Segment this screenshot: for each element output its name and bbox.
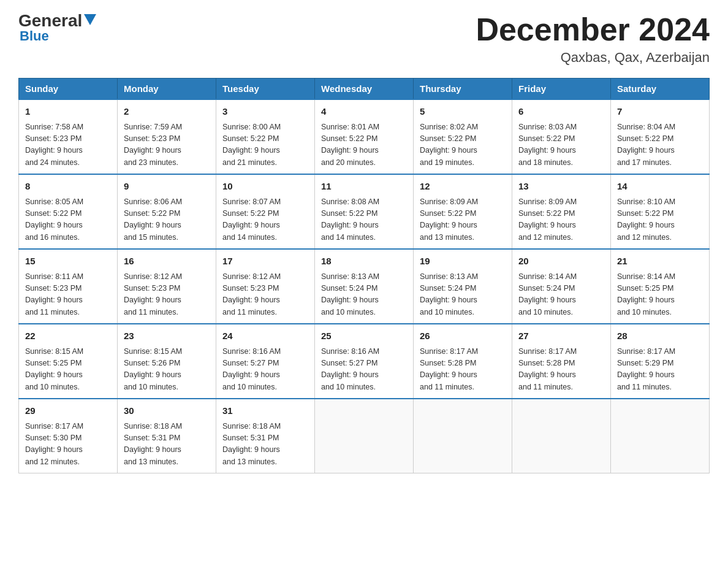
calendar-cell: 18Sunrise: 8:13 AMSunset: 5:24 PMDayligh… — [315, 249, 414, 324]
day-info: Sunrise: 8:15 AMSunset: 5:25 PMDaylight:… — [25, 346, 111, 394]
calendar-week-row: 8Sunrise: 8:05 AMSunset: 5:22 PMDaylight… — [19, 174, 710, 249]
day-info: Sunrise: 8:03 AMSunset: 5:22 PMDaylight:… — [518, 121, 604, 169]
day-info: Sunrise: 8:16 AMSunset: 5:27 PMDaylight:… — [222, 346, 308, 394]
day-number: 30 — [124, 404, 210, 418]
day-info: Sunrise: 8:12 AMSunset: 5:23 PMDaylight:… — [222, 271, 308, 319]
day-number: 24 — [222, 329, 308, 343]
location-text: Qaxbas, Qax, Azerbaijan — [476, 50, 710, 66]
day-number: 11 — [321, 180, 407, 194]
day-number: 25 — [321, 329, 407, 343]
day-info: Sunrise: 8:09 AMSunset: 5:22 PMDaylight:… — [420, 196, 506, 244]
day-number: 8 — [25, 180, 111, 194]
calendar-cell: 4Sunrise: 8:01 AMSunset: 5:22 PMDaylight… — [315, 99, 414, 174]
calendar-week-row: 29Sunrise: 8:17 AMSunset: 5:30 PMDayligh… — [19, 399, 710, 473]
calendar-cell: 30Sunrise: 8:18 AMSunset: 5:31 PMDayligh… — [118, 399, 216, 473]
calendar-cell: 11Sunrise: 8:08 AMSunset: 5:22 PMDayligh… — [315, 174, 414, 249]
day-number: 6 — [518, 105, 604, 119]
calendar-cell: 26Sunrise: 8:17 AMSunset: 5:28 PMDayligh… — [414, 324, 512, 399]
calendar-cell — [414, 399, 512, 473]
weekday-header-friday: Friday — [512, 79, 611, 100]
day-number: 21 — [617, 255, 703, 269]
day-number: 7 — [617, 105, 703, 119]
svg-marker-0 — [84, 14, 96, 25]
calendar-header: SundayMondayTuesdayWednesdayThursdayFrid… — [19, 79, 710, 100]
calendar-cell: 14Sunrise: 8:10 AMSunset: 5:22 PMDayligh… — [611, 174, 710, 249]
weekday-header-thursday: Thursday — [414, 79, 512, 100]
calendar-cell: 19Sunrise: 8:13 AMSunset: 5:24 PMDayligh… — [414, 249, 512, 324]
day-info: Sunrise: 8:09 AMSunset: 5:22 PMDaylight:… — [518, 196, 604, 244]
day-info: Sunrise: 8:14 AMSunset: 5:25 PMDaylight:… — [617, 271, 703, 319]
day-info: Sunrise: 8:13 AMSunset: 5:24 PMDaylight:… — [321, 271, 407, 319]
calendar-cell: 22Sunrise: 8:15 AMSunset: 5:25 PMDayligh… — [19, 324, 118, 399]
weekday-header-saturday: Saturday — [611, 79, 710, 100]
day-number: 10 — [222, 180, 308, 194]
day-info: Sunrise: 8:17 AMSunset: 5:28 PMDaylight:… — [518, 346, 604, 394]
day-number: 20 — [518, 255, 604, 269]
day-info: Sunrise: 8:07 AMSunset: 5:22 PMDaylight:… — [222, 196, 308, 244]
calendar-cell: 1Sunrise: 7:58 AMSunset: 5:23 PMDaylight… — [19, 99, 118, 174]
logo-general-text: General — [18, 12, 82, 29]
day-number: 17 — [222, 255, 308, 269]
day-number: 2 — [124, 105, 210, 119]
day-info: Sunrise: 7:59 AMSunset: 5:23 PMDaylight:… — [124, 121, 210, 169]
logo: General Blue — [18, 12, 96, 44]
day-info: Sunrise: 8:13 AMSunset: 5:24 PMDaylight:… — [420, 271, 506, 319]
logo-blue-text: Blue — [20, 28, 49, 44]
calendar-cell: 23Sunrise: 8:15 AMSunset: 5:26 PMDayligh… — [118, 324, 216, 399]
calendar-cell: 25Sunrise: 8:16 AMSunset: 5:27 PMDayligh… — [315, 324, 414, 399]
calendar-cell: 12Sunrise: 8:09 AMSunset: 5:22 PMDayligh… — [414, 174, 512, 249]
calendar-cell: 3Sunrise: 8:00 AMSunset: 5:22 PMDaylight… — [216, 99, 315, 174]
weekday-header-monday: Monday — [118, 79, 216, 100]
calendar-body: 1Sunrise: 7:58 AMSunset: 5:23 PMDaylight… — [19, 99, 710, 473]
day-info: Sunrise: 8:06 AMSunset: 5:22 PMDaylight:… — [124, 196, 210, 244]
day-info: Sunrise: 8:16 AMSunset: 5:27 PMDaylight:… — [321, 346, 407, 394]
day-number: 12 — [420, 180, 506, 194]
day-number: 26 — [420, 329, 506, 343]
calendar-cell: 29Sunrise: 8:17 AMSunset: 5:30 PMDayligh… — [19, 399, 118, 473]
day-number: 5 — [420, 105, 506, 119]
day-number: 18 — [321, 255, 407, 269]
day-number: 9 — [124, 180, 210, 194]
calendar-cell: 28Sunrise: 8:17 AMSunset: 5:29 PMDayligh… — [611, 324, 710, 399]
weekday-header-sunday: Sunday — [19, 79, 118, 100]
day-info: Sunrise: 8:18 AMSunset: 5:31 PMDaylight:… — [222, 421, 308, 469]
day-info: Sunrise: 8:12 AMSunset: 5:23 PMDaylight:… — [124, 271, 210, 319]
calendar-cell: 15Sunrise: 8:11 AMSunset: 5:23 PMDayligh… — [19, 249, 118, 324]
day-number: 14 — [617, 180, 703, 194]
calendar-week-row: 15Sunrise: 8:11 AMSunset: 5:23 PMDayligh… — [19, 249, 710, 324]
calendar-table: SundayMondayTuesdayWednesdayThursdayFrid… — [18, 78, 710, 473]
calendar-cell: 5Sunrise: 8:02 AMSunset: 5:22 PMDaylight… — [414, 99, 512, 174]
day-info: Sunrise: 8:18 AMSunset: 5:31 PMDaylight:… — [124, 421, 210, 469]
day-number: 15 — [25, 255, 111, 269]
calendar-cell: 20Sunrise: 8:14 AMSunset: 5:24 PMDayligh… — [512, 249, 611, 324]
day-info: Sunrise: 8:17 AMSunset: 5:28 PMDaylight:… — [420, 346, 506, 394]
page-header: General Blue December 2024 Qaxbas, Qax, … — [18, 12, 710, 66]
day-info: Sunrise: 8:17 AMSunset: 5:29 PMDaylight:… — [617, 346, 703, 394]
day-info: Sunrise: 8:10 AMSunset: 5:22 PMDaylight:… — [617, 196, 703, 244]
day-number: 3 — [222, 105, 308, 119]
calendar-cell: 24Sunrise: 8:16 AMSunset: 5:27 PMDayligh… — [216, 324, 315, 399]
calendar-cell: 10Sunrise: 8:07 AMSunset: 5:22 PMDayligh… — [216, 174, 315, 249]
weekday-header-wednesday: Wednesday — [315, 79, 414, 100]
day-info: Sunrise: 8:11 AMSunset: 5:23 PMDaylight:… — [25, 271, 111, 319]
calendar-cell: 9Sunrise: 8:06 AMSunset: 5:22 PMDaylight… — [118, 174, 216, 249]
day-info: Sunrise: 8:14 AMSunset: 5:24 PMDaylight:… — [518, 271, 604, 319]
day-info: Sunrise: 8:02 AMSunset: 5:22 PMDaylight:… — [420, 121, 506, 169]
calendar-cell: 16Sunrise: 8:12 AMSunset: 5:23 PMDayligh… — [118, 249, 216, 324]
calendar-cell: 13Sunrise: 8:09 AMSunset: 5:22 PMDayligh… — [512, 174, 611, 249]
calendar-cell — [512, 399, 611, 473]
day-number: 28 — [617, 329, 703, 343]
day-number: 23 — [124, 329, 210, 343]
calendar-cell: 6Sunrise: 8:03 AMSunset: 5:22 PMDaylight… — [512, 99, 611, 174]
month-title: December 2024 — [476, 12, 710, 47]
calendar-cell — [611, 399, 710, 473]
calendar-cell: 27Sunrise: 8:17 AMSunset: 5:28 PMDayligh… — [512, 324, 611, 399]
calendar-cell: 8Sunrise: 8:05 AMSunset: 5:22 PMDaylight… — [19, 174, 118, 249]
weekday-header-tuesday: Tuesday — [216, 79, 315, 100]
day-number: 19 — [420, 255, 506, 269]
day-info: Sunrise: 8:01 AMSunset: 5:22 PMDaylight:… — [321, 121, 407, 169]
day-number: 4 — [321, 105, 407, 119]
day-info: Sunrise: 8:05 AMSunset: 5:22 PMDaylight:… — [25, 196, 111, 244]
day-info: Sunrise: 7:58 AMSunset: 5:23 PMDaylight:… — [25, 121, 111, 169]
calendar-week-row: 1Sunrise: 7:58 AMSunset: 5:23 PMDaylight… — [19, 99, 710, 174]
